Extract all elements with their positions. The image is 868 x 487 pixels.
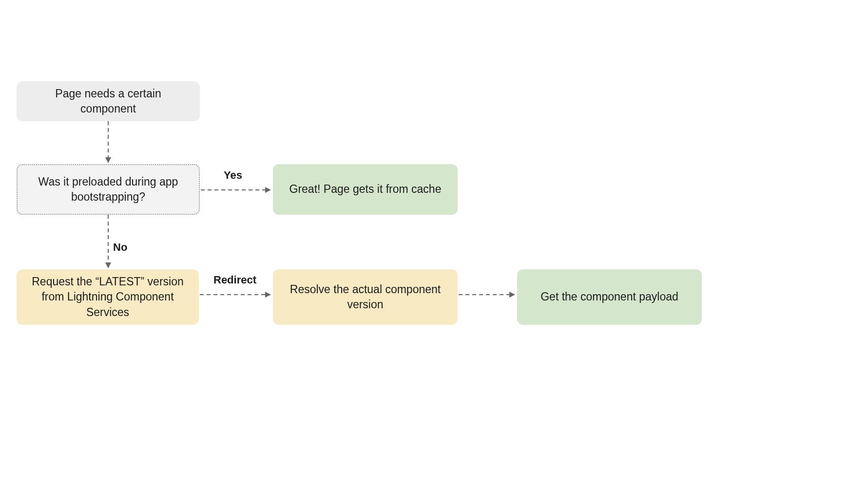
node-request: Request the “LATEST” version from Lightn…: [17, 269, 199, 325]
node-decision: Was it preloaded during app bootstrappin…: [17, 164, 200, 215]
edge-label-redirect: Redirect: [213, 274, 256, 286]
arrow-decision-to-cache: [201, 187, 272, 193]
arrow-decision-to-request: [105, 215, 111, 269]
svg-marker-9: [509, 292, 515, 298]
node-payload: Get the component payload: [517, 269, 702, 325]
node-payload-text: Get the component payload: [540, 289, 678, 304]
edge-label-no: No: [113, 241, 127, 254]
edge-label-yes: Yes: [224, 169, 242, 182]
arrow-resolve-to-payload: [459, 292, 516, 298]
node-start: Page needs a certain component: [17, 81, 200, 121]
node-cache: Great! Page gets it from cache: [273, 164, 458, 215]
svg-marker-3: [265, 187, 271, 193]
node-request-text: Request the “LATEST” version from Lightn…: [26, 274, 189, 319]
node-decision-text: Was it preloaded during app bootstrappin…: [27, 174, 189, 205]
arrow-request-to-resolve: [200, 292, 272, 298]
svg-marker-1: [105, 157, 111, 163]
node-resolve-text: Resolve the actual component version: [283, 282, 448, 312]
svg-marker-5: [105, 262, 111, 268]
arrow-start-to-decision: [105, 121, 111, 164]
svg-marker-7: [265, 292, 271, 298]
node-cache-text: Great! Page gets it from cache: [289, 182, 442, 197]
flow-diagram: Page needs a certain component Was it pr…: [0, 0, 868, 487]
node-resolve: Resolve the actual component version: [273, 269, 458, 325]
node-start-text: Page needs a certain component: [26, 86, 190, 116]
